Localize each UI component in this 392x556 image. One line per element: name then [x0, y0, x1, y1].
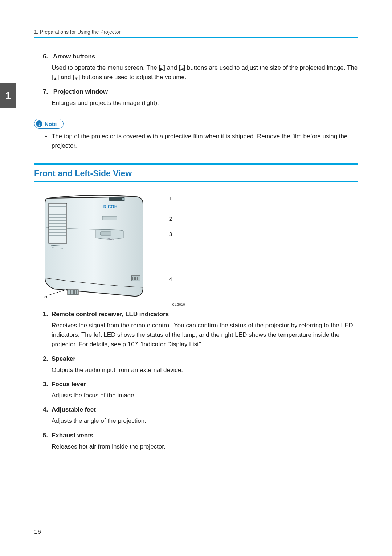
- top-rule: [34, 37, 358, 38]
- section-title: Front and Left-Side View: [34, 165, 358, 181]
- diagram-ref: CLB010: [172, 303, 185, 306]
- item-body: Adjusts the angle of the projection.: [52, 416, 358, 426]
- item-number: 3.: [43, 381, 52, 388]
- item-title: Adjustable feet: [52, 406, 96, 413]
- chapter-tab: 1: [0, 83, 16, 108]
- list-item: 6. Arrow buttons Used to operate the men…: [34, 53, 358, 82]
- svg-line-33: [48, 289, 69, 295]
- list-item: 7. Projection window Enlarges and projec…: [34, 88, 358, 108]
- note-badge: ↓ Note: [34, 119, 64, 129]
- item-title: Arrow buttons: [53, 53, 95, 60]
- list-item: 3.Focus lever Adjusts the focus of the i…: [34, 381, 358, 400]
- list-item: 4.Adjustable feet Adjusts the angle of t…: [34, 406, 358, 426]
- note-body: The top of the projector is covered with…: [34, 132, 358, 151]
- right-arrow-icon: ▶: [160, 66, 163, 72]
- item-title: Remote control receiver, LED indicators: [52, 311, 169, 318]
- item-title: Exhaust vents: [52, 432, 93, 439]
- down-arrow-icon: ▼: [74, 75, 78, 82]
- item-title: Speaker: [52, 355, 75, 362]
- page-number: 16: [34, 528, 41, 536]
- item-body: Adjusts the focus of the image.: [52, 391, 358, 400]
- page: 1 1. Preparations for Using the Projecto…: [0, 0, 392, 556]
- running-head: 1. Preparations for Using the Projector: [34, 29, 358, 35]
- svg-rect-18: [102, 216, 117, 220]
- projector-diagram: RICOH FOCUS 1 2 3 4 5 CLB010: [38, 191, 183, 307]
- svg-rect-17: [122, 198, 125, 200]
- item-number: 2.: [43, 355, 52, 363]
- section-rule: [34, 181, 358, 182]
- svg-text:FOCUS: FOCUS: [107, 238, 114, 240]
- list-item: 2.Speaker Outputs the audio input from a…: [34, 355, 358, 375]
- brand-label: RICOH: [103, 204, 118, 209]
- callout-5: 5: [44, 293, 47, 299]
- list-item: 5.Exhaust vents Releases hot air from in…: [34, 432, 358, 451]
- item-title: Focus lever: [52, 381, 86, 388]
- item-body: Outputs the audio input from an external…: [52, 365, 358, 375]
- svg-rect-19: [100, 232, 111, 235]
- item-body: Releases hot air from inside the project…: [52, 442, 358, 451]
- list-item: 1.Remote control receiver, LED indicator…: [34, 311, 358, 349]
- item-body: Used to operate the menu screen. The [▶]…: [52, 63, 358, 82]
- item-body: Enlarges and projects the image (light).: [52, 98, 358, 108]
- up-arrow-icon: ▲: [53, 75, 57, 82]
- item-number: 5.: [43, 432, 52, 439]
- item-body: Receives the signal from the remote cont…: [52, 321, 358, 349]
- item-number: 7.: [43, 88, 52, 95]
- note-icon: ↓: [36, 120, 42, 127]
- item-number: 1.: [43, 311, 52, 318]
- item-number: 6.: [43, 53, 52, 60]
- item-number: 4.: [43, 406, 52, 413]
- note-label: Note: [45, 121, 57, 127]
- item-title: Projection window: [53, 88, 108, 95]
